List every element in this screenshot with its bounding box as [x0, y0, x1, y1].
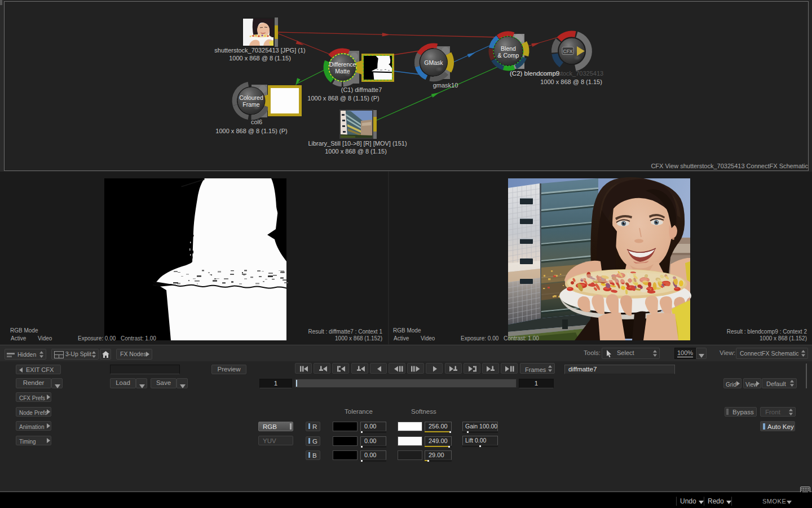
svg-text:Coloured: Coloured — [239, 94, 263, 101]
svg-text:Frame: Frame — [242, 101, 259, 108]
svg-text:CFX: CFX — [563, 49, 573, 54]
svg-text:1000 x 868 @ 8 (1.15): 1000 x 868 @ 8 (1.15) — [540, 78, 602, 85]
svg-text:1000 x 868 @ 8 (1.15): 1000 x 868 @ 8 (1.15) — [325, 148, 387, 155]
svg-text:CFX View shutterstock_70325413: CFX View shutterstock_70325413 ConnectFX… — [651, 163, 808, 169]
svg-text:Blend: Blend — [501, 45, 516, 52]
svg-text:Matte: Matte — [335, 68, 350, 75]
svg-text:1000 x 868 @ 8 (1.15) (P): 1000 x 868 @ 8 (1.15) (P) — [307, 95, 379, 102]
svg-text:col6: col6 — [251, 119, 262, 125]
svg-text:1000 x 868 @ 8 (1.15): 1000 x 868 @ 8 (1.15) — [229, 55, 291, 62]
svg-text:GMask: GMask — [424, 59, 443, 66]
svg-text:1000 x 868 @ 8 (1.15) (P): 1000 x 868 @ 8 (1.15) (P) — [215, 128, 287, 134]
svg-text:(C1) diffmatte7: (C1) diffmatte7 — [341, 86, 382, 93]
svg-text:Library_Still [10->8] [R] [MOV: Library_Still [10->8] [R] [MOV] (151) — [308, 140, 407, 147]
svg-text:gmask10: gmask10 — [433, 82, 458, 89]
svg-text:Difference: Difference — [329, 61, 356, 68]
svg-text:& Comp: & Comp — [498, 52, 519, 59]
svg-text:shutterstock_70325413 [JPG] (1: shutterstock_70325413 [JPG] (1) — [214, 47, 305, 54]
svg-text:(C2) blendcomp9: (C2) blendcomp9 — [510, 70, 559, 77]
